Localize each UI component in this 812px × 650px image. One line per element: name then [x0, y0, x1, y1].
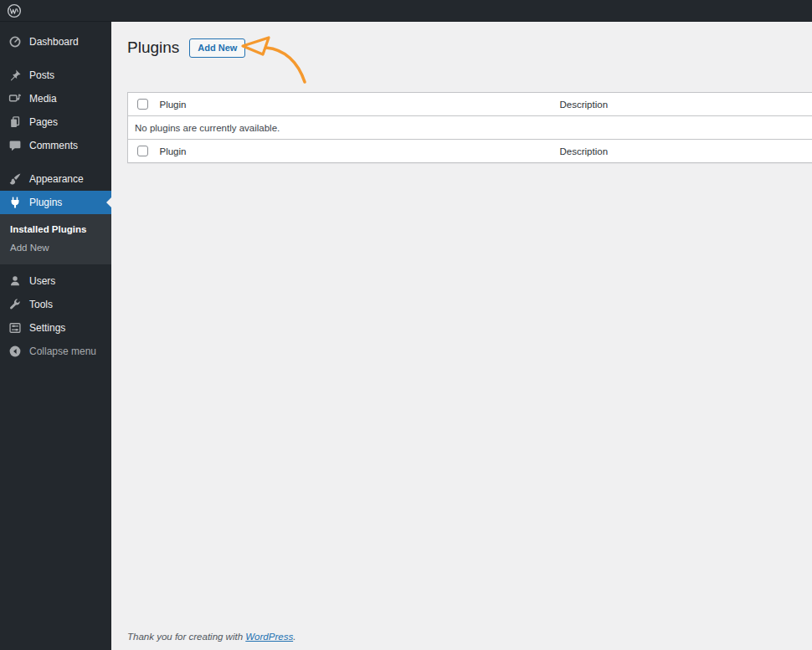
sidebar-item-appearance[interactable]: Appearance [0, 167, 111, 191]
empty-message: No plugins are currently available. [128, 116, 812, 140]
submenu-item-installed-plugins[interactable]: Installed Plugins [0, 220, 111, 238]
media-camera-note-icon [8, 92, 22, 105]
dashboard-gauge-icon [8, 35, 22, 49]
plugins-submenu: Installed Plugins Add New [0, 214, 111, 264]
table-header-row: Plugin Description [128, 93, 812, 116]
sidebar-item-media[interactable]: Media [0, 87, 111, 110]
submenu-item-add-new[interactable]: Add New [0, 238, 111, 257]
plug-icon [8, 196, 22, 209]
footer-credit: Thank you for creating with WordPress. [127, 632, 296, 642]
pushpin-icon [8, 69, 22, 82]
main-content: Plugins Add New Plugin Description [111, 22, 812, 650]
submenu-item-label: Installed Plugins [10, 224, 86, 234]
sidebar-item-label: Media [29, 93, 57, 105]
empty-row: No plugins are currently available. [128, 116, 812, 140]
header-checkbox-cell [128, 93, 155, 116]
column-header-description: Description [555, 93, 812, 116]
sidebar-item-plugins[interactable]: Plugins [0, 191, 111, 214]
wordpress-link[interactable]: WordPress [245, 632, 293, 642]
plugins-list-table: Plugin Description No plugins are curren… [127, 92, 812, 163]
submenu-item-label: Add New [10, 243, 49, 253]
sidebar-item-posts[interactable]: Posts [0, 64, 111, 87]
sidebar-item-pages[interactable]: Pages [0, 110, 111, 134]
add-new-button[interactable]: Add New [189, 38, 245, 58]
sidebar-item-dashboard[interactable]: Dashboard [0, 30, 111, 54]
sidebar-item-label: Pages [29, 116, 58, 128]
sidebar-item-label: Settings [29, 322, 65, 334]
sidebar-item-tools[interactable]: Tools [0, 293, 111, 316]
sidebar-item-label: Appearance [29, 173, 84, 185]
wordpress-admin-screen: Dashboard Posts [0, 0, 812, 650]
menu-separator [0, 54, 111, 64]
sidebar-item-label: Users [29, 275, 55, 287]
select-all-checkbox[interactable] [137, 99, 148, 110]
collapse-menu-button[interactable]: Collapse menu [0, 340, 111, 363]
comment-bubble-icon [8, 139, 22, 152]
admin-sidebar: Dashboard Posts [0, 22, 111, 650]
user-icon [8, 274, 22, 288]
admin-bar [0, 0, 812, 22]
admin-menu: Dashboard Posts [0, 22, 111, 363]
select-all-checkbox-bottom[interactable] [137, 146, 148, 156]
footer-credit-text: Thank you for creating with [127, 632, 245, 642]
table-footer: Plugin Description [128, 140, 812, 163]
footer-column-plugin: Plugin [155, 140, 555, 163]
sidebar-item-label: Plugins [29, 197, 62, 208]
sidebar-item-settings[interactable]: Settings [0, 316, 111, 340]
settings-sliders-icon [8, 321, 22, 335]
sidebar-item-label: Posts [29, 69, 54, 81]
footer-checkbox-cell [128, 140, 155, 163]
sidebar-item-comments[interactable]: Comments [0, 134, 111, 157]
sidebar-item-users[interactable]: Users [0, 269, 111, 293]
pages-icon [8, 115, 22, 129]
paintbrush-icon [8, 172, 22, 186]
page-title: Plugins [127, 38, 179, 59]
column-header-plugin: Plugin [155, 93, 555, 116]
menu-separator [0, 157, 111, 167]
table-body: No plugins are currently available. [128, 116, 812, 140]
sidebar-item-label: Dashboard [29, 36, 79, 48]
collapse-menu-label: Collapse menu [29, 345, 96, 357]
wordpress-logo-icon[interactable] [7, 3, 22, 18]
page-heading-row: Plugins Add New [111, 22, 812, 60]
footer-column-description: Description [555, 140, 812, 163]
sidebar-item-label: Tools [29, 299, 53, 310]
sidebar-item-label: Comments [29, 140, 78, 151]
table-footer-row: Plugin Description [128, 140, 812, 163]
wrench-icon [8, 298, 22, 311]
collapse-circle-arrow-icon [8, 345, 22, 358]
footer-credit-period: . [293, 632, 296, 642]
table-header: Plugin Description [128, 93, 812, 116]
